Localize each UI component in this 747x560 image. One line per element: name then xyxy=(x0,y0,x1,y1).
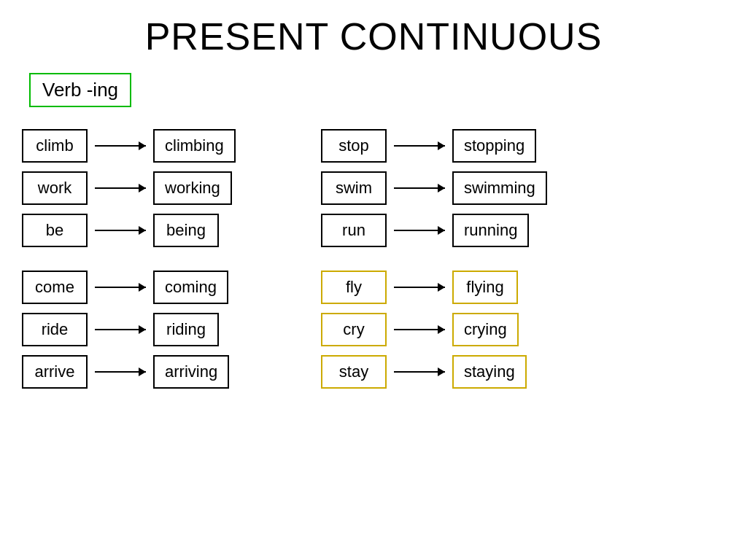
pair-row-swim: swim swimming xyxy=(321,171,576,205)
page: PRESENT CONTINUOUS Verb -ing climb climb… xyxy=(0,0,747,560)
word-base-swim: swim xyxy=(321,171,387,205)
arrow-arrive xyxy=(95,371,146,373)
arrow-line-come xyxy=(95,287,146,288)
word-base-be: be xyxy=(22,214,88,247)
word-ing-swimming: swimming xyxy=(452,171,547,205)
arrow-line-swim xyxy=(394,187,445,189)
word-base-cry: cry xyxy=(321,313,387,346)
arrow-ride xyxy=(95,329,146,330)
arrow-cry xyxy=(394,329,445,330)
word-ing-stopping: stopping xyxy=(452,129,536,163)
arrow-climb xyxy=(95,145,146,147)
column-left-bottom: come coming ride riding arrive xyxy=(22,271,277,397)
word-ing-climbing: climbing xyxy=(153,129,236,163)
pair-row-stop: stop stopping xyxy=(321,129,576,163)
word-ing-arriving: arriving xyxy=(153,355,229,389)
column-right-bottom: fly flying cry crying stay xyxy=(321,271,576,397)
word-ing-riding: riding xyxy=(153,313,219,346)
word-ing-coming: coming xyxy=(153,271,228,304)
pair-row-run: run running xyxy=(321,214,576,247)
arrow-line-fly xyxy=(394,287,445,288)
word-base-climb: climb xyxy=(22,129,88,163)
word-ing-staying: staying xyxy=(452,355,527,389)
arrow-swim xyxy=(394,187,445,189)
word-ing-being: being xyxy=(153,214,219,247)
word-base-come: come xyxy=(22,271,88,304)
arrow-line-work xyxy=(95,187,146,189)
right-section: stop stopping swim swimming run xyxy=(321,129,576,397)
column-right-top: stop stopping swim swimming run xyxy=(321,129,576,256)
arrow-line-stay xyxy=(394,371,445,373)
pair-row-ride: ride riding xyxy=(22,313,277,346)
arrow-stop xyxy=(394,145,445,147)
left-section: climb climbing work working be xyxy=(22,129,277,397)
arrow-line-stop xyxy=(394,145,445,147)
word-ing-flying: flying xyxy=(452,271,518,304)
verb-ing-label: Verb -ing xyxy=(29,73,131,107)
arrow-line-run xyxy=(394,230,445,231)
word-base-work: work xyxy=(22,171,88,205)
pair-row-work: work working xyxy=(22,171,277,205)
arrow-stay xyxy=(394,371,445,373)
word-base-fly: fly xyxy=(321,271,387,304)
arrow-be xyxy=(95,230,146,231)
arrow-fly xyxy=(394,287,445,288)
arrow-run xyxy=(394,230,445,231)
pair-row-be: be being xyxy=(22,214,277,247)
pair-row-stay: stay staying xyxy=(321,355,576,389)
arrow-come xyxy=(95,287,146,288)
arrow-line-ride xyxy=(95,329,146,330)
word-ing-working: working xyxy=(153,171,232,205)
pair-row-fly: fly flying xyxy=(321,271,576,304)
arrow-line-climb xyxy=(95,145,146,147)
arrow-line-be xyxy=(95,230,146,231)
pair-row-come: come coming xyxy=(22,271,277,304)
word-ing-crying: crying xyxy=(452,313,519,346)
word-base-run: run xyxy=(321,214,387,247)
word-base-stay: stay xyxy=(321,355,387,389)
arrow-work xyxy=(95,187,146,189)
pair-row-arrive: arrive arriving xyxy=(22,355,277,389)
word-base-stop: stop xyxy=(321,129,387,163)
arrow-line-cry xyxy=(394,329,445,330)
main-content: climb climbing work working be xyxy=(22,129,725,397)
word-base-ride: ride xyxy=(22,313,88,346)
page-title: PRESENT CONTINUOUS xyxy=(22,15,725,58)
pair-row-cry: cry crying xyxy=(321,313,576,346)
arrow-line-arrive xyxy=(95,371,146,373)
word-ing-running: running xyxy=(452,214,529,247)
column-left-top: climb climbing work working be xyxy=(22,129,277,256)
pair-row-climb: climb climbing xyxy=(22,129,277,163)
word-base-arrive: arrive xyxy=(22,355,88,389)
